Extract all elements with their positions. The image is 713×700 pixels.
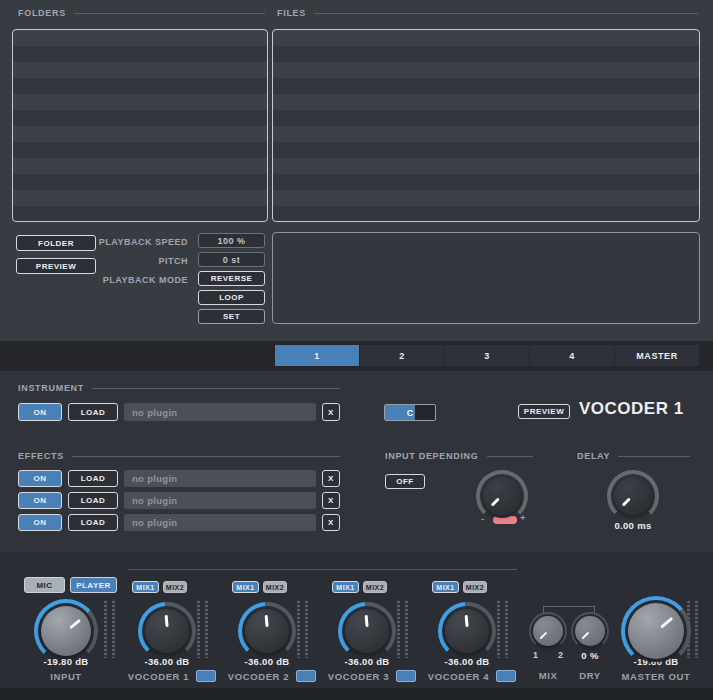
instrument-header: INSTRUMENT [18, 383, 340, 393]
delay-knob[interactable] [607, 470, 659, 522]
waveform-display[interactable] [272, 232, 700, 324]
tab-4-label: 4 [569, 351, 575, 361]
instrument-on-button[interactable]: ON [18, 403, 62, 421]
playback-speed-field[interactable]: 100 % [198, 233, 265, 248]
tab-3[interactable]: 3 [445, 345, 529, 366]
effect2-plugin-name: no plugin [132, 495, 177, 506]
vocoder1-active-led[interactable] [196, 670, 216, 682]
instrument-plugin-field[interactable]: no plugin [124, 403, 316, 421]
instrument-load-label: LOAD [81, 408, 106, 417]
dry-knob[interactable] [571, 612, 609, 650]
vocoder1-level-knob[interactable] [138, 602, 196, 660]
input-level-meter [104, 601, 115, 658]
vocoder3-knob-rot [343, 607, 391, 655]
effect3-clear-button[interactable]: X [322, 514, 340, 531]
vocoder3-level-meter [397, 601, 408, 658]
vocoder2-label-row: VOCODER 2 [217, 670, 327, 682]
channel-preview-button[interactable]: PREVIEW [518, 404, 570, 419]
input-depending-knob-pointer [491, 498, 500, 507]
pan-value: C [385, 405, 435, 420]
effect2-on-label: ON [34, 496, 47, 505]
effect3-load-button[interactable]: LOAD [68, 514, 118, 531]
input-depending-label: INPUT DEPENDING [385, 451, 479, 461]
vocoder4-level-knob[interactable] [438, 602, 496, 660]
instrument-on-label: ON [34, 408, 47, 417]
mic-button[interactable]: MIC [24, 577, 65, 593]
vocoder3-level-knob[interactable] [338, 602, 396, 660]
input-gain-knob[interactable] [34, 599, 98, 663]
tab-master-label: MASTER [636, 351, 678, 361]
vocoder2-mix1-button[interactable]: MIX1 [232, 581, 259, 593]
folders-label: FOLDERS [18, 8, 66, 18]
tab-master[interactable]: MASTER [615, 345, 699, 366]
vocoder2-active-led[interactable] [296, 670, 316, 682]
files-list[interactable] [272, 29, 700, 222]
delay-knob-pointer [622, 498, 631, 507]
vocoder2-level-knob[interactable] [238, 602, 296, 660]
vocoder1-knob-pointer [164, 615, 168, 627]
instrument-clear-button[interactable]: X [322, 403, 340, 421]
effect1-on-button[interactable]: ON [18, 470, 62, 487]
channel-title: VOCODER 1 [579, 399, 684, 419]
input-depending-header: INPUT DEPENDING [385, 451, 533, 461]
playback-mode-label: PLAYBACK MODE [96, 275, 188, 285]
tab-3-label: 3 [484, 351, 490, 361]
effect1-plugin-name: no plugin [132, 473, 177, 484]
vocoder4-label-row: VOCODER 4 [417, 670, 527, 682]
effect2-on-button[interactable]: ON [18, 492, 62, 509]
vocoder4-mix2-label: MIX2 [466, 584, 484, 591]
bottom-bar [0, 688, 713, 700]
pan-slider[interactable]: C [384, 404, 436, 421]
set-button[interactable]: SET [198, 309, 265, 324]
instrument-label: INSTRUMENT [18, 383, 84, 393]
vocoder-app-window: FOLDERS FILES FOLDER PREVIEW PLAYBACK SP… [0, 0, 713, 700]
effect2-plugin-field[interactable]: no plugin [124, 492, 316, 509]
folders-list[interactable] [12, 29, 268, 222]
tab-1[interactable]: 1 [275, 345, 359, 366]
vocoder3-mix2-button[interactable]: MIX2 [363, 581, 387, 593]
mix-knob[interactable] [529, 612, 567, 650]
effect3-plugin-field[interactable]: no plugin [124, 514, 316, 531]
input-depending-off-button[interactable]: OFF [385, 474, 425, 489]
effect1-load-label: LOAD [81, 474, 106, 483]
player-button[interactable]: PLAYER [70, 577, 117, 593]
files-header: FILES [277, 8, 698, 18]
tab-4[interactable]: 4 [530, 345, 614, 366]
vocoder4-mix1-button[interactable]: MIX1 [432, 581, 459, 593]
tab-2[interactable]: 2 [360, 345, 444, 366]
effect3-plugin-name: no plugin [132, 517, 177, 528]
vocoder4-mix2-button[interactable]: MIX2 [463, 581, 487, 593]
vocoder1-mix2-button[interactable]: MIX2 [163, 581, 187, 593]
reverse-button-label: REVERSE [211, 274, 253, 283]
effect2-clear-button[interactable]: X [322, 492, 340, 509]
effect3-on-button[interactable]: ON [18, 514, 62, 531]
input-depending-knob[interactable] [476, 470, 528, 522]
preview-folder-button[interactable]: PREVIEW [16, 258, 96, 274]
vocoder3-mix1-button[interactable]: MIX1 [332, 581, 359, 593]
folders-header: FOLDERS [18, 8, 265, 18]
effect1-load-button[interactable]: LOAD [68, 470, 118, 487]
effect2-load-button[interactable]: LOAD [68, 492, 118, 509]
vocoder1-mix1-button[interactable]: MIX1 [132, 581, 159, 593]
effect1-plugin-field[interactable]: no plugin [124, 470, 316, 487]
vocoder2-mix2-button[interactable]: MIX2 [263, 581, 287, 593]
playback-speed-label: PLAYBACK SPEED [96, 237, 188, 247]
vocoder3-label-row: VOCODER 3 [317, 670, 427, 682]
vocoder4-channel-label: VOCODER 4 [428, 671, 489, 682]
vocoder3-active-led[interactable] [396, 670, 416, 682]
pitch-field[interactable]: 0 st [198, 252, 265, 267]
instrument-load-button[interactable]: LOAD [68, 403, 118, 421]
dry-knob-pointer [581, 631, 589, 639]
vocoder4-active-led[interactable] [496, 670, 516, 682]
loop-button[interactable]: LOOP [198, 290, 265, 305]
folders-header-line [74, 13, 265, 14]
mix-scale-1: 1 [533, 650, 538, 660]
master-out-knob[interactable] [621, 596, 691, 666]
channel-tabs: 1 2 3 4 MASTER [275, 345, 699, 366]
loop-button-label: LOOP [219, 293, 244, 302]
vocoder1-label-row: VOCODER 1 [117, 670, 227, 682]
vocoder1-mix2-label: MIX2 [166, 584, 184, 591]
effect1-clear-button[interactable]: X [322, 470, 340, 487]
folder-button[interactable]: FOLDER [16, 235, 96, 251]
reverse-button[interactable]: REVERSE [198, 271, 265, 286]
